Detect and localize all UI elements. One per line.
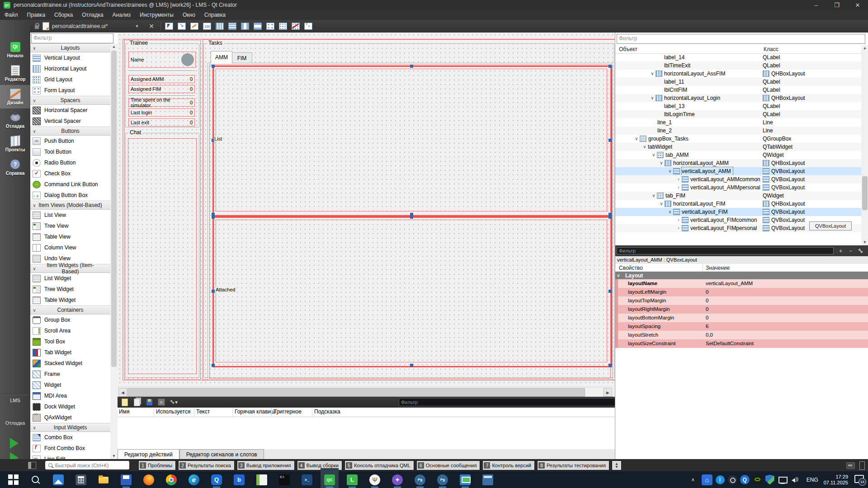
pane-maximize-button[interactable]: ▲▼ bbox=[612, 460, 622, 470]
widget-item-line-edit[interactable]: Line Edit bbox=[30, 454, 110, 459]
menu-edit[interactable]: Правка bbox=[23, 10, 50, 20]
action-filter-input[interactable]: Фильтр bbox=[399, 398, 616, 406]
splitter-vertical-button[interactable] bbox=[252, 21, 263, 31]
property-row-layoutSpacing[interactable]: layoutSpacing6 bbox=[615, 322, 868, 331]
object-row-verticalLayout_FIM[interactable]: ∨verticalLayout_FIMQVBoxLayout bbox=[615, 208, 861, 216]
taskbar-powershell[interactable]: >_ bbox=[301, 471, 313, 488]
widget-item-tool-button[interactable]: Tool Button bbox=[30, 146, 110, 157]
property-filter-input[interactable]: Фильтр bbox=[617, 247, 834, 254]
new-action-button[interactable] bbox=[120, 398, 130, 407]
widget-item-tree-view[interactable]: Tree View bbox=[30, 221, 110, 231]
taskbar-postgres[interactable]: Pg bbox=[414, 471, 426, 488]
maximize-button[interactable]: ❐ bbox=[826, 0, 847, 10]
output-pane-4[interactable]: 4Вывод сборки bbox=[297, 460, 342, 470]
action-column-4[interactable]: Горячая клавиш bbox=[235, 408, 275, 415]
break-layout-button[interactable] bbox=[290, 21, 301, 31]
property-column-header-label[interactable]: Свойство bbox=[619, 265, 643, 271]
widget-box-scrollbar[interactable]: ▲ ▼ bbox=[110, 43, 118, 459]
object-row-label_11[interactable]: label_11QLabel bbox=[615, 78, 861, 86]
object-row-horizontalLayout_AMM[interactable]: ∨horizontalLayout_AMMQHBoxLayout bbox=[615, 159, 861, 167]
trainee-field-b-2[interactable]: Last exit0 bbox=[128, 118, 195, 127]
property-row-layoutTopMargin[interactable]: layoutTopMargin0 bbox=[615, 296, 868, 305]
property-row-layoutSizeConstraint[interactable]: layoutSizeConstraintSetDefaultConstraint bbox=[615, 339, 868, 348]
column-divider[interactable] bbox=[194, 408, 194, 417]
edit-buddies-button[interactable] bbox=[189, 21, 200, 31]
property-value[interactable]: 0 bbox=[703, 314, 868, 322]
selection-handle[interactable] bbox=[212, 290, 215, 293]
tab-amm[interactable]: AMM bbox=[211, 51, 232, 63]
widget-box-section-containers[interactable]: ∨Containers bbox=[30, 305, 110, 314]
scroll-right-icon[interactable]: ▶ bbox=[604, 388, 612, 397]
property-row-layoutRightMargin[interactable]: layoutRightMargin0 bbox=[615, 305, 868, 314]
widget-item-check-box[interactable]: Check Box bbox=[30, 168, 110, 179]
widget-item-tool-box[interactable]: Tool Box bbox=[30, 336, 110, 347]
taskbar-pc-app[interactable] bbox=[459, 471, 471, 488]
taskbar-chrome[interactable] bbox=[165, 471, 177, 488]
language-indicator[interactable]: ENG bbox=[807, 477, 818, 483]
chevron-down-icon[interactable]: ∨ bbox=[642, 143, 648, 151]
layout-horizontal-button[interactable] bbox=[214, 21, 225, 31]
scroll-up-icon[interactable]: ▲ bbox=[861, 45, 868, 51]
menu-debug[interactable]: Отладка bbox=[77, 10, 108, 20]
selection-handle[interactable] bbox=[212, 364, 215, 367]
tab-actions[interactable]: Редактор действий bbox=[118, 449, 179, 459]
scroll-up-icon[interactable]: ▲ bbox=[110, 43, 118, 50]
widget-box-filter-input[interactable]: Фильтр bbox=[31, 33, 113, 43]
chevron-down-icon[interactable]: ∨ bbox=[667, 208, 673, 216]
mode-welcome[interactable]: QtНачало bbox=[0, 38, 30, 61]
object-row-horizontalLayout_Login[interactable]: ∨horizontalLayout_LoginQHBoxLayout bbox=[615, 94, 861, 102]
taskbar-qt-creator[interactable]: QC bbox=[324, 471, 335, 488]
object-row-groupBox_Tasks[interactable]: ∨groupBox_TasksQGroupBox bbox=[615, 135, 861, 143]
object-row-line_1[interactable]: line_1Line bbox=[615, 118, 861, 127]
widget-item-push-button[interactable]: OKPush Button bbox=[30, 136, 110, 146]
object-column-header[interactable]: Объект bbox=[619, 46, 637, 52]
object-row-tabWidget[interactable]: ∨tabWidgetQTabWidget bbox=[615, 143, 861, 151]
edit-widgets-button[interactable] bbox=[164, 21, 175, 31]
remove-property-icon[interactable]: － bbox=[848, 247, 854, 255]
property-row-layoutName[interactable]: layoutNameverticalLayout_AMM bbox=[615, 279, 868, 288]
widget-item-form-layout[interactable]: Form Layout bbox=[30, 85, 110, 96]
layout-form-button[interactable] bbox=[265, 21, 276, 31]
widget-item-list-view[interactable]: List View bbox=[30, 210, 110, 221]
mode-debug[interactable]: Отладка bbox=[0, 108, 30, 132]
selection-handle[interactable] bbox=[212, 65, 215, 68]
menu-help[interactable]: Справка bbox=[200, 10, 230, 20]
tab-signals-slots[interactable]: Редактор сигналов и слотов bbox=[179, 449, 264, 459]
action-column-2[interactable]: Используется bbox=[156, 408, 190, 415]
object-row-tab_FIM[interactable]: ∨tab_FIMQWidget bbox=[615, 192, 861, 200]
scrollbar-thumb[interactable] bbox=[111, 51, 117, 367]
taskbar-calculator-app[interactable] bbox=[75, 471, 87, 488]
edit-tab-order-button[interactable]: 123 bbox=[202, 21, 212, 31]
widget-item-group-box[interactable]: Group Box bbox=[30, 314, 110, 325]
taskbar-start[interactable] bbox=[7, 471, 19, 488]
property-value[interactable]: 0 bbox=[703, 288, 868, 296]
paste-action-button[interactable] bbox=[144, 398, 154, 407]
object-row-horizontalLayout_AssFIM[interactable]: ∨horizontalLayout_AssFIMQHBoxLayout bbox=[615, 70, 861, 78]
taskbar-q-app[interactable]: Q bbox=[211, 471, 222, 488]
tray-expand-icon[interactable]: ∧ bbox=[688, 474, 698, 485]
widget-item-command-link-button[interactable]: Command Link Button bbox=[30, 179, 110, 190]
output-pane-1[interactable]: 1Проблемы bbox=[138, 460, 176, 470]
mode-help[interactable]: ?Справка bbox=[0, 155, 30, 179]
volume-icon[interactable] bbox=[791, 475, 801, 485]
layout-vertical-button[interactable] bbox=[227, 21, 238, 31]
widget-item-horizontal-layout[interactable]: Horizontal Layout bbox=[30, 63, 110, 74]
object-row-line_2[interactable]: line_2Line bbox=[615, 127, 861, 135]
widget-item-mdi-area[interactable]: MDI Area bbox=[30, 390, 110, 401]
menu-analyze[interactable]: Анализ bbox=[108, 10, 136, 20]
menu-window[interactable]: Окно bbox=[178, 10, 200, 20]
close-document-button[interactable]: ✕ bbox=[149, 23, 154, 30]
widget-item-table-widget[interactable]: Table Widget bbox=[30, 295, 110, 305]
bluetooth-icon[interactable]: ᛒ bbox=[716, 475, 725, 484]
delete-action-button[interactable]: ✕ bbox=[156, 398, 166, 407]
chevron-right-icon[interactable]: › bbox=[675, 216, 682, 224]
output-pane-3[interactable]: 3Вывод приложения bbox=[237, 460, 295, 470]
adjust-size-button[interactable] bbox=[303, 21, 314, 31]
chevron-down-icon[interactable]: ∨ bbox=[651, 192, 657, 200]
trainee-field-a-0[interactable]: Assigned AMM0 bbox=[128, 75, 195, 83]
edit-signals-slots-button[interactable] bbox=[176, 21, 187, 31]
trainee-field-b-1[interactable]: Last login0 bbox=[128, 108, 195, 117]
scroll-down-icon[interactable]: ▼ bbox=[861, 239, 868, 245]
selection-handle[interactable] bbox=[609, 139, 612, 142]
property-value[interactable]: 0 bbox=[703, 305, 868, 314]
